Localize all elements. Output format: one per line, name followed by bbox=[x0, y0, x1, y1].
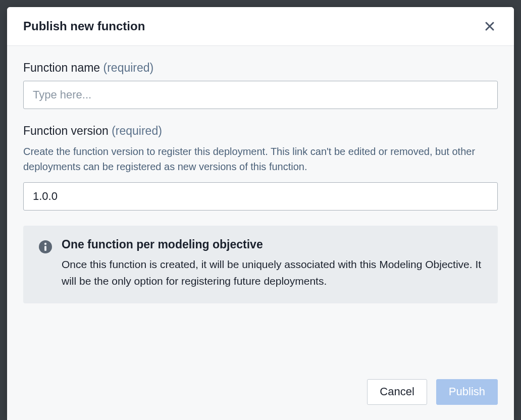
modal-footer: Cancel Publish bbox=[7, 379, 514, 420]
function-name-label: Function name bbox=[23, 61, 100, 74]
info-callout-title: One function per modeling objective bbox=[62, 238, 483, 251]
publish-button[interactable]: Publish bbox=[436, 379, 498, 405]
function-version-help: Create the function version to register … bbox=[23, 144, 498, 174]
function-version-input[interactable] bbox=[23, 182, 498, 211]
close-button[interactable] bbox=[482, 18, 498, 34]
info-callout: One function per modeling objective Once… bbox=[23, 226, 498, 303]
modal-body: Function name (required) Function versio… bbox=[7, 46, 514, 379]
info-icon bbox=[38, 240, 53, 254]
info-callout-content: One function per modeling objective Once… bbox=[62, 238, 483, 289]
function-version-label-row: Function version (required) bbox=[23, 124, 498, 138]
close-icon bbox=[485, 21, 495, 31]
function-version-required-tag: (required) bbox=[112, 124, 162, 137]
cancel-button[interactable]: Cancel bbox=[367, 379, 427, 405]
function-name-label-row: Function name (required) bbox=[23, 61, 498, 75]
publish-function-modal: Publish new function Function name (requ… bbox=[7, 7, 514, 420]
svg-point-1 bbox=[44, 243, 46, 245]
modal-header: Publish new function bbox=[7, 7, 514, 46]
function-version-field: Function version (required) Create the f… bbox=[23, 124, 498, 211]
function-name-field: Function name (required) bbox=[23, 61, 498, 109]
info-callout-text: Once this function is created, it will b… bbox=[62, 256, 483, 289]
modal-title: Publish new function bbox=[23, 19, 145, 33]
function-name-input[interactable] bbox=[23, 81, 498, 109]
function-name-required-tag: (required) bbox=[103, 61, 154, 74]
svg-rect-2 bbox=[44, 246, 46, 251]
function-version-label: Function version bbox=[23, 124, 109, 137]
